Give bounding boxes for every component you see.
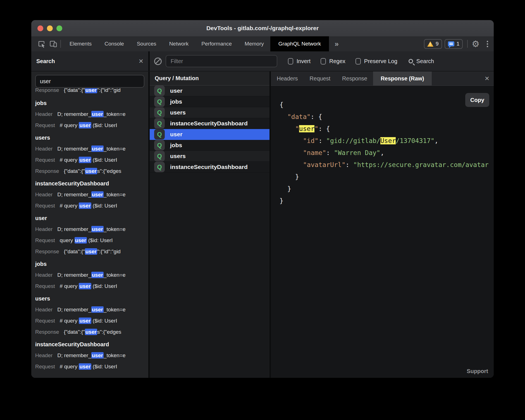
result-text: ($id: UserI — [91, 364, 117, 369]
device-toolbar-icon[interactable] — [47, 36, 59, 51]
query-name: users — [170, 109, 186, 116]
checkbox-preserve-log[interactable]: Preserve Log — [355, 58, 397, 65]
search-match-highlight: user — [75, 237, 87, 244]
result-text: {"data":{" — [64, 249, 85, 254]
response-tab-response-raw[interactable]: Response (Raw) — [373, 71, 432, 85]
json-token: " — [295, 125, 299, 132]
search-result-line[interactable]: HeaderD; remember_user_token=e — [35, 271, 144, 279]
response-tab-response[interactable]: Response — [336, 71, 373, 85]
clear-log-icon[interactable] — [154, 58, 162, 65]
json-line: } — [280, 171, 494, 183]
search-result-line[interactable]: Response{"data":{"users":{"edges — [35, 167, 144, 175]
warning-icon — [427, 41, 433, 47]
close-window-button[interactable] — [37, 25, 43, 31]
query-row-instancesecuritydashboard[interactable]: QinstanceSecurityDashboard — [150, 118, 269, 129]
tab-elements[interactable]: Elements — [63, 36, 98, 51]
search-result-title: jobs — [35, 260, 144, 268]
checkbox-regex[interactable]: Regex — [321, 58, 345, 65]
query-name: users — [170, 153, 186, 159]
result-text: D; remember_ — [57, 226, 91, 232]
result-text: ($id: UserI — [87, 237, 113, 243]
search-result-line[interactable]: HeaderD; remember_user_token=e — [35, 351, 144, 360]
result-line-value: D; remember_user_token=e — [57, 191, 125, 198]
checkbox-box-invert[interactable] — [288, 58, 293, 65]
settings-gear-icon[interactable]: ⚙ — [472, 40, 479, 48]
result-line-value: # query user ($id: UserI — [60, 202, 117, 209]
search-input[interactable] — [35, 75, 144, 88]
query-row-jobs[interactable]: Qjobs — [150, 96, 269, 107]
search-result-line[interactable]: Request# query user ($id: UserI — [35, 202, 144, 210]
json-token: } — [280, 197, 283, 204]
json-token: "avatarUrl" — [303, 161, 345, 168]
json-token: } — [287, 185, 291, 192]
inspect-element-icon[interactable] — [36, 36, 47, 51]
kebab-menu-icon[interactable] — [487, 41, 488, 47]
search-result-line[interactable]: Response{"data":{"user":{"id":"gid — [35, 88, 144, 94]
result-line-value: # query user ($id: UserI — [60, 122, 117, 128]
close-search-icon[interactable]: × — [139, 57, 143, 65]
tab-sources[interactable]: Sources — [130, 36, 163, 51]
query-row-users[interactable]: Qusers — [150, 151, 269, 162]
zoom-window-button[interactable] — [56, 25, 62, 31]
search-result-line[interactable]: Response{"data":{"user":{"id":"gid — [35, 247, 144, 256]
search-result-group: jobsHeaderD; remember_user_token=eReques… — [35, 99, 144, 130]
search-result-line[interactable]: Request# query user ($id: UserI — [35, 121, 144, 130]
response-tab-headers[interactable]: Headers — [271, 71, 304, 85]
support-link[interactable]: Support — [467, 368, 488, 374]
result-text: # query — [60, 283, 79, 289]
minimize-window-button[interactable] — [47, 25, 53, 31]
search-result-title: jobs — [35, 99, 144, 107]
checkbox-box-preserve-log[interactable] — [355, 58, 361, 65]
query-row-instancesecuritydashboard[interactable]: QinstanceSecurityDashboard — [150, 162, 269, 173]
search-result-group: usersHeaderD; remember_user_token=eReque… — [35, 133, 144, 175]
query-name: jobs — [170, 98, 182, 105]
result-text: _token=e — [104, 226, 126, 232]
result-line-value: D; remember_user_token=e — [57, 111, 125, 117]
search-toggle[interactable]: Search — [409, 58, 434, 65]
result-line-value: D; remember_user_token=e — [57, 145, 125, 152]
response-tab-request[interactable]: Request — [304, 71, 337, 85]
result-line-label: Header — [35, 272, 52, 278]
tab-performance[interactable]: Performance — [195, 36, 238, 51]
query-row-user[interactable]: Quser — [150, 85, 269, 96]
result-text: ":{"id":"gid — [97, 88, 121, 93]
result-line-value: # query user ($id: UserI — [60, 363, 117, 370]
checkbox-box-regex[interactable] — [321, 58, 326, 65]
warnings-badge[interactable]: 9 — [424, 39, 442, 49]
json-token: { — [280, 101, 283, 108]
result-line-value: {"data":{"users":{"edges — [64, 168, 121, 174]
result-line-value: # query user ($id: UserI — [60, 157, 117, 163]
search-result-line[interactable]: Request# query user ($id: UserI — [35, 317, 144, 325]
issues-badge[interactable]: 1 — [445, 39, 463, 49]
search-result-line[interactable]: Request# query user ($id: UserI — [35, 362, 144, 371]
json-token: "name" — [303, 149, 326, 156]
search-result-line[interactable]: HeaderD; remember_user_token=e — [35, 225, 144, 233]
search-result-line[interactable]: HeaderD; remember_user_token=e — [35, 190, 144, 199]
search-result-line[interactable]: Requestquery user ($id: UserI — [35, 236, 144, 245]
query-row-jobs[interactable]: Qjobs — [150, 140, 269, 151]
search-result-line[interactable]: HeaderD; remember_user_token=e — [35, 110, 144, 118]
tab-console[interactable]: Console — [98, 36, 130, 51]
tab-graphql-network[interactable]: GraphQL Network — [270, 36, 329, 51]
result-line-label: Response — [35, 88, 59, 93]
tab-memory[interactable]: Memory — [238, 36, 270, 51]
filter-input[interactable] — [166, 55, 277, 67]
traffic-lights — [31, 25, 62, 31]
checkbox-invert[interactable]: Invert — [288, 58, 311, 65]
search-result-line[interactable]: Request# query user ($id: UserI — [35, 282, 144, 290]
search-result-line[interactable]: Request# query user ($id: UserI — [35, 156, 144, 164]
query-row-users[interactable]: Qusers — [150, 107, 269, 118]
query-row-user[interactable]: Quser — [150, 129, 269, 140]
json-line: "name": "Warren Day", — [280, 147, 494, 159]
query-type-badge: Q — [154, 118, 165, 129]
tab-network[interactable]: Network — [163, 36, 195, 51]
close-details-icon[interactable]: × — [485, 75, 489, 82]
search-result-line[interactable]: HeaderD; remember_user_token=e — [35, 145, 144, 153]
more-tabs-icon[interactable]: » — [335, 40, 338, 48]
search-result-line[interactable]: Response{"data":{"users":{"edges — [35, 328, 144, 336]
search-result-line[interactable]: HeaderD; remember_user_token=e — [35, 306, 144, 314]
search-panel: Response{"data":{"user":{"id":"gidjobsHe… — [31, 71, 148, 378]
search-match-highlight: user — [91, 352, 104, 359]
json-token: "id" — [303, 137, 318, 144]
devtools-tab-strip: ElementsConsoleSourcesNetworkPerformance… — [63, 36, 329, 51]
